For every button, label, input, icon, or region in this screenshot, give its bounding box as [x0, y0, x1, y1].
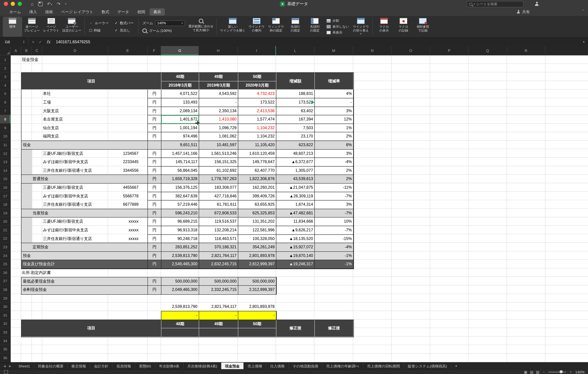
page-layout-view-button[interactable]: ページ レイアウト — [42, 17, 61, 37]
cell[interactable]: 工場 — [21, 98, 148, 107]
sheet-tab-年次財務4表[interactable]: 年次財務4表 — [155, 363, 184, 370]
unhide-window-button[interactable]: 再表示 — [326, 30, 349, 35]
cell[interactable]: 623,822 — [276, 141, 315, 149]
cell[interactable]: 188,831 — [276, 90, 315, 98]
cell[interactable]: 円 — [148, 218, 161, 226]
cell[interactable]: 2,539,813,790 — [161, 252, 199, 260]
row-header-11[interactable]: 11 — [0, 141, 10, 149]
sheet-tab-月次推移(財務4表)[interactable]: 月次推移(財務4表) — [183, 363, 221, 370]
row-header-17[interactable]: 17 — [0, 192, 10, 200]
sheet-grid[interactable]: 現金預金 出所:勘定内訳書 項目48期2018年3月期49期2019年3月期50… — [11, 55, 588, 362]
cell[interactable]: 円 — [148, 107, 161, 115]
undo-icon[interactable]: ↶▾ — [47, 1, 52, 6]
cell[interactable]: 4,543,592 — [199, 90, 238, 98]
cell[interactable]: 62,407,770 — [238, 166, 276, 175]
switch-windows-button[interactable]: ウインドウ の切り替え▾ — [351, 17, 370, 37]
cell[interactable]: 672,808,533 — [199, 209, 238, 218]
freeze-panes-button[interactable]: ウィンドウ 枠の固定 — [266, 17, 286, 37]
cell[interactable]: 1,577,474 — [238, 115, 276, 124]
cell[interactable]: 円 — [148, 200, 161, 209]
checkbox-ルーラー[interactable]: ✓ルーラー — [89, 21, 109, 25]
cell[interactable]: 三井住友銀行/新宿通り支店xxxxx — [21, 235, 148, 243]
cell[interactable]: 122,581,996 — [238, 226, 276, 235]
cell[interactable]: 173,522 — [276, 98, 315, 107]
zoom-100-button[interactable]: ズーム (100%) — [149, 28, 172, 33]
column-header-Q[interactable]: Q — [469, 46, 507, 55]
column-header-L[interactable]: L — [276, 46, 315, 55]
cell[interactable] — [148, 141, 161, 149]
column-header-G[interactable]: G — [161, 46, 199, 55]
cell[interactable]: 1,104,232 — [238, 133, 276, 141]
cell[interactable]: 23,170 — [276, 133, 315, 141]
cell[interactable]: 183,308,077 — [199, 184, 238, 192]
cell[interactable]: 三菱UFJ銀行/新宿支店4455667 — [21, 184, 148, 192]
cell[interactable]: -15% — [315, 235, 354, 243]
cell[interactable]: 131,351,202 — [238, 218, 276, 226]
share-button[interactable]: 共有 — [516, 8, 530, 16]
row-header-8[interactable]: 8 — [0, 115, 10, 124]
cell[interactable]: 円 — [148, 175, 161, 184]
cell[interactable]: 2,069,134 — [161, 107, 199, 115]
cell[interactable]: 9,651,511 — [161, 141, 199, 149]
cell[interactable]: 1,561,513,246 — [199, 149, 238, 158]
zoom-slider-knob[interactable] — [560, 370, 563, 373]
cell[interactable]: 2,350,134 — [199, 107, 238, 115]
cell[interactable]: -11% — [315, 184, 354, 192]
cell[interactable]: - — [199, 311, 238, 320]
cell[interactable]: 156,151,325 — [199, 158, 238, 166]
cell[interactable]: 円 — [148, 286, 161, 294]
row-header-1[interactable]: 1 — [0, 55, 10, 64]
ribbon-tab-データ[interactable]: データ — [114, 8, 133, 15]
cell[interactable]: -7% — [315, 192, 354, 200]
cell[interactable]: 427,718,846 — [199, 192, 238, 200]
freeze-first-column-button[interactable]: 先頭列 の固定 — [305, 17, 325, 37]
row-header-12[interactable]: 12 — [0, 149, 10, 157]
cell[interactable]: 円 — [148, 149, 161, 158]
column-header-A[interactable]: A — [11, 46, 21, 55]
cell[interactable]: 1,457,141,166 — [161, 149, 199, 158]
cell[interactable]: ▲19,870,140 — [276, 252, 315, 260]
cell[interactable]: ▲47,482,681 — [276, 209, 315, 218]
row-header-29[interactable]: 29 — [0, 294, 10, 302]
cell[interactable]: 132,208,214 — [199, 226, 238, 235]
cell[interactable]: 4,071,522 — [161, 90, 199, 98]
row-header-16[interactable]: 16 — [0, 183, 10, 192]
column-header-N[interactable]: N — [353, 46, 392, 55]
cell[interactable]: 最低必要現金預金 — [21, 277, 148, 286]
cell[interactable]: -7% — [315, 209, 354, 218]
cell[interactable]: 399,409,726 — [238, 192, 276, 200]
select-all-corner[interactable] — [0, 46, 11, 55]
row-header-31[interactable]: 31 — [0, 311, 10, 320]
cell[interactable]: 90,248,718 — [161, 235, 199, 243]
ribbon-tab-描画[interactable]: 描画 — [41, 8, 57, 15]
checkbox-見出し[interactable]: ✓見出し — [114, 28, 134, 33]
cell[interactable]: 円 — [148, 260, 161, 269]
cell[interactable]: 円 — [148, 184, 161, 192]
minimize-window-button[interactable] — [11, 2, 15, 6]
cell[interactable]: 三井住友銀行/新宿通り支店3344556 — [21, 166, 148, 175]
cancel-entry-icon[interactable]: × — [32, 40, 34, 44]
sheet-title-cell[interactable]: 現金預金 — [22, 55, 38, 64]
new-window-button[interactable]: 新しい ウインドウを開く — [219, 17, 247, 37]
cell[interactable]: 1,410,080 — [199, 115, 238, 124]
sheet-tab-仕入債務[interactable]: 仕入債務 — [266, 363, 289, 370]
row-header-5[interactable]: 5 — [0, 90, 10, 98]
cell[interactable]: 現金 — [21, 141, 148, 149]
source-note-cell[interactable]: 出所:勘定内訳書 — [22, 268, 51, 277]
cell[interactable]: 133,493 — [161, 98, 199, 107]
cell[interactable]: みずほ銀行/新宿中央支店2233445 — [21, 158, 148, 166]
check-value-cell[interactable]: 2,539,813,790 — [161, 302, 197, 311]
cell[interactable]: みずほ銀行/新宿中央支店5566778 — [21, 192, 148, 200]
cell[interactable]: 974,496 — [161, 133, 199, 141]
cell[interactable]: 1% — [315, 124, 354, 133]
cell[interactable]: 12% — [315, 115, 354, 124]
cell[interactable]: 2,821,764,117 — [199, 252, 238, 260]
zoom-to-selection-button[interactable]: 選択範囲に合わせ て拡大/縮小 — [187, 17, 215, 37]
zoom-in-icon[interactable]: + — [570, 370, 572, 374]
cell[interactable]: -7% — [315, 226, 354, 235]
cell[interactable]: ▲21,047,875 — [276, 184, 315, 192]
cell[interactable]: ▲9,626,217 — [276, 226, 315, 235]
cell[interactable]: 1,096,729 — [199, 124, 238, 133]
checkbox-数式バー[interactable]: ✓数式バー — [114, 21, 134, 25]
cell[interactable]: 1,001,194 — [161, 124, 199, 133]
